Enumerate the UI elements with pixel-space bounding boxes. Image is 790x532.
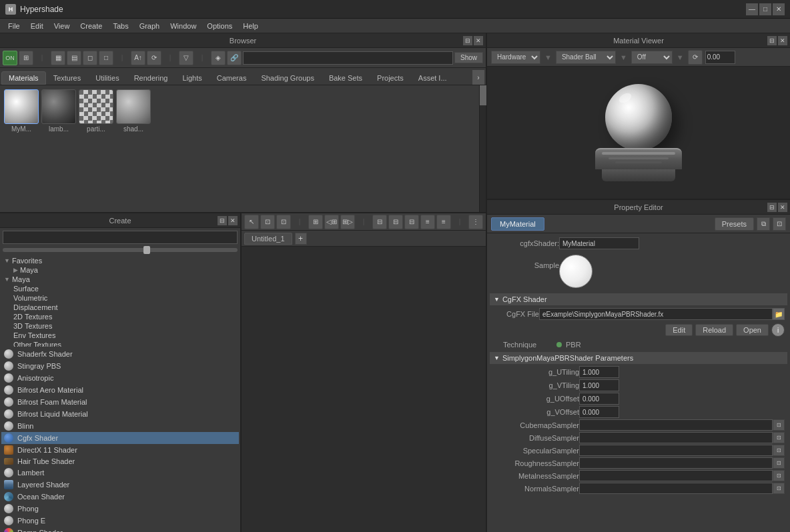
graph-output-btn[interactable]: ⊞▷ <box>340 215 355 229</box>
prop-roughness-sampler-btn[interactable]: ⊡ <box>773 457 785 469</box>
tab-materials[interactable]: Materials <box>1 71 46 85</box>
create-close-button[interactable]: ✕ <box>228 216 238 225</box>
browser-sort-btn2[interactable]: ⟳ <box>147 51 161 65</box>
graph-input-btn[interactable]: ◁⊞ <box>324 215 339 229</box>
property-pin-button[interactable]: ⊟ <box>767 203 777 212</box>
shader-layered[interactable]: Layered Shader <box>1 479 239 491</box>
cat-displacement[interactable]: Displacement <box>3 303 238 312</box>
tab-shading-groups[interactable]: Shading Groups <box>254 71 322 85</box>
tab-nav-button[interactable]: › <box>472 70 484 85</box>
property-presets-button[interactable]: Presets <box>715 217 754 231</box>
graph-fit-btn[interactable]: ⊞ <box>308 215 323 229</box>
browser-medium-btn[interactable]: ◻ <box>83 51 97 65</box>
tab-textures[interactable]: Textures <box>46 71 89 85</box>
browser-list-btn[interactable]: ⊞ <box>19 51 33 65</box>
cat-surface[interactable]: Surface <box>3 284 238 293</box>
browser-small-btn[interactable]: □ <box>99 51 113 65</box>
viewer-close-button[interactable]: ✕ <box>778 36 787 45</box>
graph-select-btn[interactable]: ↖ <box>244 215 259 229</box>
viewer-refresh-value[interactable] <box>705 51 735 64</box>
shader-ramp[interactable]: Ramp Shader <box>1 527 239 532</box>
property-close-button[interactable]: ✕ <box>778 203 787 212</box>
material-thumb-parti[interactable]: parti... <box>79 89 113 133</box>
cat-3d-textures[interactable]: 3D Textures <box>3 321 238 331</box>
prop-g-utiling-input[interactable] <box>579 366 619 378</box>
viewer-lighting-select[interactable]: Off Default <box>631 51 673 64</box>
graph-pan-btn[interactable]: ⊡ <box>260 215 275 229</box>
graph-layout-btn4[interactable]: ≡ <box>420 215 435 229</box>
shader-bifrost-aero[interactable]: Bifrost Aero Material <box>1 384 239 396</box>
shader-bifrost-foam[interactable]: Bifrost Foam Material <box>1 396 239 408</box>
browser-show-button[interactable]: Show <box>454 52 483 63</box>
tab-asset-i[interactable]: Asset I... <box>411 71 454 85</box>
menu-edit[interactable]: Edit <box>25 21 49 31</box>
prop-diffuse-sampler-btn[interactable]: ⊡ <box>773 432 785 443</box>
prop-reload-button[interactable]: Reload <box>695 324 733 336</box>
graph-zoom-btn[interactable]: ⊡ <box>276 215 291 229</box>
cat-2d-textures[interactable]: 2D Textures <box>3 312 238 321</box>
browser-filter-btn[interactable]: ▽ <box>179 51 193 65</box>
prop-cgfxshader-input[interactable] <box>559 237 639 249</box>
material-thumb-lambert[interactable]: lamb... <box>41 89 76 133</box>
tab-lights[interactable]: Lights <box>175 71 209 85</box>
graph-layout-btn5[interactable]: ≡ <box>436 215 451 229</box>
cat-maya[interactable]: ▼ Maya <box>3 275 238 284</box>
viewer-pin-button[interactable]: ⊟ <box>767 36 777 45</box>
prop-cgfx-folder-button[interactable]: 📁 <box>773 308 785 320</box>
prop-cubemap-sampler-btn[interactable]: ⊡ <box>773 419 785 431</box>
menu-window[interactable]: Window <box>165 21 202 31</box>
shader-anisotropic[interactable]: Anisotropic <box>1 372 239 384</box>
viewer-refresh-button[interactable]: ⟳ <box>688 50 703 65</box>
cat-env-textures[interactable]: Env Textures <box>3 331 238 340</box>
section-simplygon-params[interactable]: ▼ SimplygonMayaPBRShader Parameters <box>490 352 787 364</box>
create-size-slider[interactable] <box>3 248 238 252</box>
shader-hair[interactable]: Hair Tube Shader <box>1 456 239 467</box>
browser-pin-button[interactable]: ⊟ <box>463 36 472 45</box>
prop-g-uoffset-input[interactable] <box>579 393 619 405</box>
maximize-button[interactable]: □ <box>759 3 771 15</box>
shader-phong-e[interactable]: Phong E <box>1 515 239 527</box>
property-copy-button[interactable]: ⧉ <box>757 217 770 231</box>
graph-layout-btn1[interactable]: ⊟ <box>372 215 387 229</box>
graph-layout-btn2[interactable]: ⊟ <box>388 215 403 229</box>
shader-stingray[interactable]: Stingray PBS <box>1 360 239 372</box>
graph-tab-add-button[interactable]: + <box>295 233 307 245</box>
browser-large-btn[interactable]: ▤ <box>67 51 81 65</box>
prop-edit-button[interactable]: Edit <box>665 324 693 336</box>
browser-search-input[interactable] <box>243 51 453 65</box>
menu-create[interactable]: Create <box>75 21 107 31</box>
graph-area[interactable] <box>242 247 486 532</box>
browser-thumb-btn[interactable]: ▦ <box>51 51 65 65</box>
graph-tab-untitled1[interactable]: Untitled_1 <box>244 233 292 245</box>
minimize-button[interactable]: — <box>746 3 758 15</box>
browser-sort-btn1[interactable]: A↑ <box>131 51 145 65</box>
prop-cgfx-file-input[interactable] <box>539 308 773 320</box>
cat-other-textures[interactable]: Other Textures <box>3 340 238 347</box>
tab-rendering[interactable]: Rendering <box>127 71 175 85</box>
cat-volumetric[interactable]: Volumetric <box>3 293 238 303</box>
browser-scrollbar[interactable] <box>479 85 486 212</box>
browser-snap-btn[interactable]: ◈ <box>211 51 226 65</box>
material-thumb-mymaterial[interactable]: MyM... <box>4 89 39 133</box>
prop-g-vtiling-input[interactable] <box>579 379 619 391</box>
close-button[interactable]: ✕ <box>773 3 785 15</box>
shader-lambert[interactable]: Lambert <box>1 467 239 479</box>
prop-g-voffset-input[interactable] <box>579 406 619 418</box>
property-tab-mymaterial[interactable]: MyMaterial <box>491 217 544 231</box>
tab-bake-sets[interactable]: Bake Sets <box>322 71 370 85</box>
shader-directx[interactable]: DirectX 11 Shader <box>1 444 239 456</box>
menu-file[interactable]: File <box>3 21 25 31</box>
shader-shaderfx[interactable]: Shaderfx Shader <box>1 348 239 360</box>
browser-on-button[interactable]: ON <box>3 51 17 65</box>
menu-options[interactable]: Options <box>202 21 238 31</box>
material-thumb-shad[interactable]: shad... <box>116 89 151 133</box>
viewer-shape-select[interactable]: Shader Ball Sphere Cube Cloth Custom <box>556 51 616 64</box>
property-paste-button[interactable]: ⊡ <box>773 217 786 231</box>
tab-cameras[interactable]: Cameras <box>210 71 254 85</box>
tab-utilities[interactable]: Utilities <box>88 71 126 85</box>
shader-phong[interactable]: Phong <box>1 503 239 515</box>
shader-bifrost-liquid[interactable]: Bifrost Liquid Material <box>1 408 239 420</box>
create-pin-button[interactable]: ⊟ <box>218 216 227 225</box>
prop-metalness-sampler-btn[interactable]: ⊡ <box>773 470 785 481</box>
prop-open-button[interactable]: Open <box>736 324 769 336</box>
